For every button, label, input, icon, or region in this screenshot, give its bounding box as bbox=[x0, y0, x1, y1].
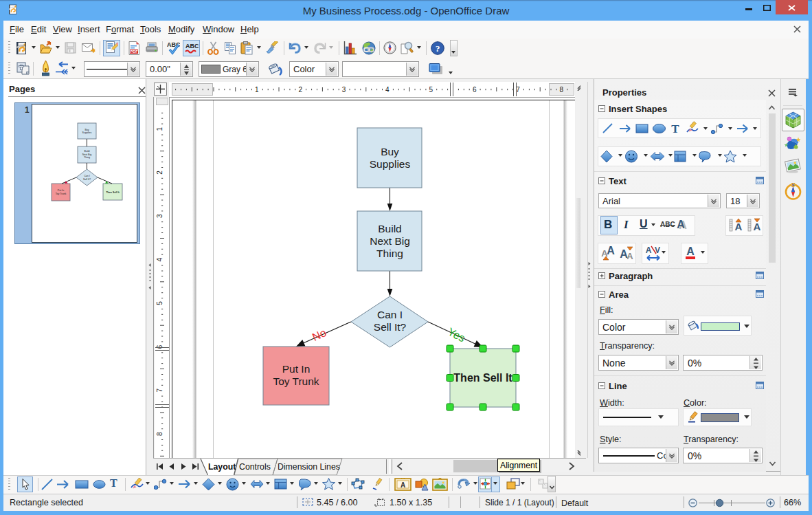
svg-text:A: A bbox=[401, 481, 405, 489]
svg-text:Supplies: Supplies bbox=[82, 131, 92, 134]
svg-text:A: A bbox=[735, 221, 743, 232]
svg-text:Then Sell It: Then Sell It bbox=[106, 191, 120, 194]
svg-text:PDF: PDF bbox=[131, 50, 139, 54]
svg-text:A: A bbox=[677, 219, 685, 230]
svg-text:N: N bbox=[792, 184, 794, 187]
svg-text:Sell It?: Sell It? bbox=[83, 178, 91, 181]
svg-text:Next Big: Next Big bbox=[370, 235, 410, 247]
svg-text:Controls: Controls bbox=[239, 462, 271, 472]
svg-text:6: 6 bbox=[473, 86, 477, 94]
svg-text:7: 7 bbox=[156, 388, 163, 392]
svg-text:Sell It?: Sell It? bbox=[374, 321, 407, 333]
svg-text:Thing: Thing bbox=[84, 156, 90, 159]
svg-text:ABC: ABC bbox=[185, 43, 199, 50]
svg-text:Next Big: Next Big bbox=[82, 153, 92, 156]
svg-text:2: 2 bbox=[156, 171, 163, 175]
svg-text:7: 7 bbox=[516, 86, 520, 94]
svg-text:Build: Build bbox=[84, 150, 90, 153]
svg-text:1: 1 bbox=[156, 127, 163, 131]
svg-text:Dimension Lines: Dimension Lines bbox=[278, 462, 340, 472]
svg-text:?: ? bbox=[436, 43, 440, 54]
svg-text:A: A bbox=[627, 251, 633, 261]
svg-text:4: 4 bbox=[385, 86, 390, 94]
svg-text:Can I: Can I bbox=[377, 309, 403, 320]
svg-text:2: 2 bbox=[298, 86, 302, 94]
svg-text:A: A bbox=[646, 245, 652, 255]
svg-text:Yes: Yes bbox=[446, 326, 467, 344]
svg-text:Layout: Layout bbox=[208, 462, 236, 472]
svg-text:A: A bbox=[686, 245, 695, 257]
svg-text:Put In: Put In bbox=[282, 363, 311, 375]
svg-text:A: A bbox=[607, 245, 615, 256]
svg-text:1: 1 bbox=[255, 86, 259, 94]
svg-text:8: 8 bbox=[156, 432, 163, 436]
svg-text:A: A bbox=[754, 221, 761, 232]
svg-text:T: T bbox=[671, 122, 679, 135]
svg-text:8: 8 bbox=[560, 86, 564, 94]
svg-text:Thing: Thing bbox=[376, 248, 403, 259]
svg-text:Toy Trunk: Toy Trunk bbox=[56, 193, 67, 195]
svg-text:Supplies: Supplies bbox=[370, 158, 411, 170]
svg-text:5: 5 bbox=[429, 86, 433, 94]
svg-text:Can I: Can I bbox=[84, 175, 90, 177]
svg-text:3: 3 bbox=[342, 86, 346, 94]
svg-text:No: No bbox=[311, 327, 328, 343]
svg-text:5: 5 bbox=[156, 301, 163, 305]
svg-text:Put In: Put In bbox=[58, 189, 64, 192]
svg-text:4: 4 bbox=[156, 257, 163, 261]
svg-text:Then Sell It: Then Sell It bbox=[453, 372, 512, 384]
svg-text:Buy: Buy bbox=[381, 146, 399, 157]
svg-text:Build: Build bbox=[378, 223, 401, 234]
svg-text:Toy Trunk: Toy Trunk bbox=[273, 375, 319, 387]
svg-text:Buy: Buy bbox=[84, 129, 89, 131]
svg-text:3: 3 bbox=[156, 214, 163, 218]
